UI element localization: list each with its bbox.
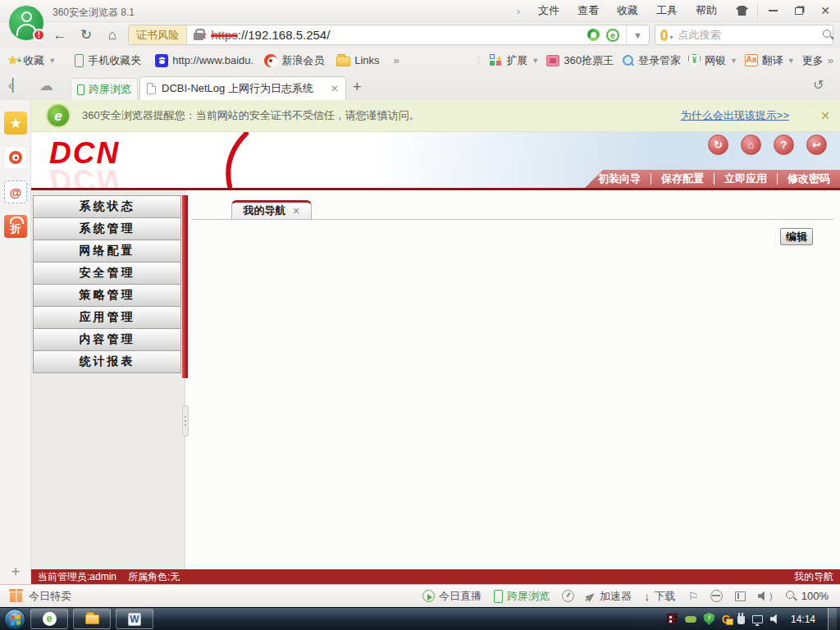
sidebar-collapse-handle[interactable] [182,405,189,436]
daily-deal-link[interactable]: 今日特卖 [29,589,71,604]
new-tab-button[interactable]: + [353,80,362,94]
content-tab-close-icon[interactable]: ✕ [292,206,299,217]
bookmark-mobile-favorites[interactable]: 手机收藏夹 [75,53,141,68]
taskbar-app-360browser[interactable]: e [30,609,68,629]
bookmark-sina[interactable]: 新浪会员 [264,53,324,68]
refresh-icon[interactable]: ↻ [74,22,98,48]
search-icon[interactable] [822,29,828,41]
device-home-icon[interactable]: ⌂ [741,135,761,155]
search-box[interactable]: ▾ [655,25,833,45]
apply-now-button[interactable]: 立即应用 [714,171,777,186]
ticket-grabber-button[interactable]: 360抢票王 [546,53,614,68]
close-button[interactable]: ✕ [812,0,838,21]
sidebar-item-system-manage[interactable]: 系统管理 [33,217,181,240]
bookmark-baidu[interactable]: http://www.baidu. [155,54,253,67]
reopen-closed-tab-icon[interactable]: ↻ [813,77,824,93]
edit-button[interactable]: 编辑 [780,228,813,245]
media-tray-icon[interactable] [667,614,678,624]
mode-dropdown-icon[interactable]: ▼ [626,25,649,44]
taskbar-app-explorer[interactable] [73,609,111,629]
favorites-sidebar-button[interactable]: ★ [4,112,27,135]
tab-active-netlog[interactable]: DCBI-NetLog 上网行为日志系统 ✕ [139,76,346,100]
certificate-risk-badge[interactable]: 证书风险 [129,25,187,44]
device-help-icon[interactable]: ? [774,135,794,155]
more-button[interactable]: 更多 » [802,53,833,68]
home-icon[interactable]: ⌂ [100,22,125,48]
ie-mode-icon[interactable] [710,590,723,602]
green-status-tray-icon[interactable] [685,616,696,623]
flag-icon[interactable]: ⚐ [688,590,699,603]
volume-tray-icon[interactable] [770,614,780,624]
back-icon[interactable]: ← [48,22,72,48]
weibo-sidebar-button[interactable] [4,146,27,169]
play-icon [422,590,435,602]
extensions-button[interactable]: + 扩展 ▼ [490,53,539,68]
warning-close-icon[interactable]: ✕ [820,109,830,122]
change-password-button[interactable]: 修改密码 [778,171,840,186]
network-tray-icon[interactable] [752,615,763,623]
add-sidebar-app-button[interactable]: + [0,563,31,581]
sidebar-item-content-manage[interactable]: 内容管理 [33,328,181,351]
bookmark-label: http://www.baidu. [172,54,253,66]
cross-screen-button[interactable]: 跨屏浏览 [494,589,550,604]
cloud-sync-icon[interactable]: ☁ [39,77,53,94]
device-logout-icon[interactable]: ↩ [806,135,827,155]
menu-favorites[interactable]: 收藏 [617,3,638,18]
menu-tools[interactable]: 工具 [656,3,678,18]
browser-mode-icon[interactable]: e [606,29,619,42]
device-refresh-icon[interactable]: ↻ [708,135,728,155]
ticket-label: 360抢票王 [564,53,614,68]
restore-button[interactable] [786,0,812,21]
360-safe-lock-tray-icon[interactable]: C [722,614,730,625]
sidebar-item-statistics[interactable]: 统计报表 [33,350,181,373]
netbank-button[interactable]: ¥ 网银 ▼ [688,53,737,68]
mail-notify-button[interactable]: @ [4,180,27,203]
translate-button[interactable]: Aa 翻译 ▼ [745,53,795,68]
download-button[interactable]: ↓ 下载 [644,589,676,604]
menu-help[interactable]: 帮助 [696,3,717,18]
speaker-icon [758,591,768,601]
sidebar-item-policy-manage[interactable]: 策略管理 [33,284,181,307]
sidebar-item-network-config[interactable]: 网络配置 [33,240,181,262]
360-shield-tray-icon[interactable] [704,613,714,625]
word-icon: W [128,613,141,626]
warning-why-link[interactable]: 为什么会出现该提示>> [681,108,789,123]
collapse-sidebar-icon[interactable]: ‹▏ [8,78,22,93]
sidebar-item-app-manage[interactable]: 应用管理 [33,306,181,329]
bookmark-links-folder[interactable]: Links [336,54,379,66]
live-stream-button[interactable]: 今日直播 [422,589,482,604]
window-layout-icon[interactable] [735,591,746,601]
menu-file[interactable]: 文件 [538,3,559,18]
setup-wizard-button[interactable]: 初装向导 [588,171,651,186]
save-config-button[interactable]: 保存配置 [651,171,714,186]
tab-cross-screen[interactable]: 跨屏浏览 [71,78,138,100]
speed-test-icon[interactable] [562,590,574,602]
login-manager-button[interactable]: 登录管家 [621,53,681,68]
url-field[interactable]: 证书风险 ✗ https ://192.168.5.254/ e ▼ [128,25,650,45]
search-input[interactable] [678,29,822,41]
booster-button[interactable]: 加速器 [587,589,632,604]
menu-view[interactable]: 查看 [578,3,599,18]
tab-close-icon[interactable]: ✕ [331,83,339,94]
speed-mode-icon[interactable] [587,29,600,41]
restore-icon [795,7,803,15]
power-tray-icon[interactable] [737,616,745,624]
mute-button[interactable]: ) [758,591,773,601]
favorites-button[interactable]: ★+ 收藏 ▼ [7,53,56,68]
user-avatar[interactable]: ! [7,4,45,42]
sidebar-item-security-manage[interactable]: 安全管理 [33,262,181,285]
taskbar-app-word[interactable]: W [116,609,153,629]
chevron-right-icon[interactable]: › [517,5,520,17]
show-desktop-button[interactable] [828,608,837,630]
start-button[interactable] [4,609,25,630]
content-tab-my-nav[interactable]: 我的导航 ✕ [231,200,312,220]
sidebar-item-system-status[interactable]: 系统状态 [33,195,181,218]
zoom-control[interactable]: 100% [785,590,829,602]
bookmarks-overflow-icon[interactable]: » [394,54,399,66]
taskbar-clock[interactable]: 14:14 [791,614,815,625]
content-tab-underline [192,219,833,220]
discount-bag-button[interactable]: 折 [4,215,27,238]
search-engine-caret-icon[interactable]: ▾ [669,34,673,41]
skin-icon[interactable] [736,6,748,16]
minimize-button[interactable] [760,0,786,21]
